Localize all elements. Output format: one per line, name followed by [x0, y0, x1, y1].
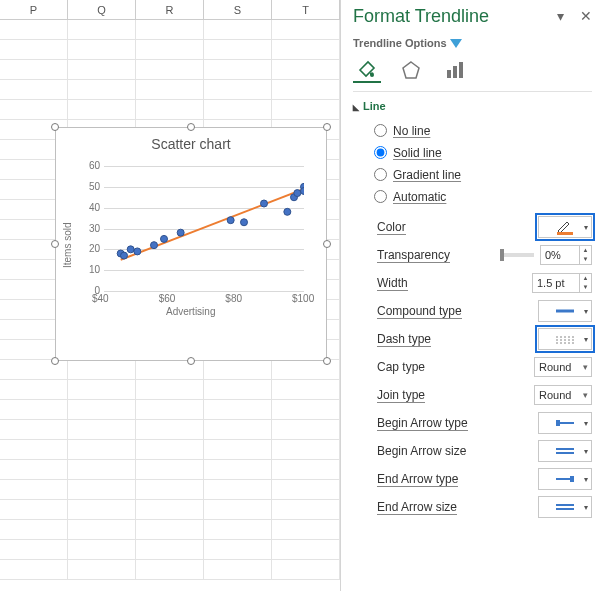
svg-point-13 [294, 190, 301, 197]
begin-size-label: Begin Arrow size [377, 444, 538, 458]
width-label: Width [377, 276, 532, 290]
svg-rect-20 [459, 62, 463, 78]
tab-effects[interactable] [397, 57, 425, 83]
y-axis-label: Items sold [62, 222, 73, 268]
svg-point-11 [284, 208, 291, 215]
join-label: Join type [377, 388, 534, 402]
col-header[interactable]: Q [68, 0, 136, 19]
join-type-select[interactable]: Round [534, 385, 592, 405]
svg-point-15 [301, 188, 305, 195]
radio-automatic[interactable]: Automatic [369, 186, 592, 208]
resize-handle[interactable] [187, 357, 195, 365]
svg-point-6 [161, 235, 168, 242]
plot-area[interactable] [104, 166, 304, 291]
x-axis-label: Advertising [166, 306, 215, 317]
arrow-type-icon [554, 418, 576, 428]
end-size-label: End Arrow size [377, 500, 538, 514]
arrow-size-icon [554, 446, 576, 456]
dash-line-icon [554, 334, 576, 344]
close-button[interactable]: ✕ [580, 8, 592, 24]
resize-handle[interactable] [187, 123, 195, 131]
svg-point-4 [134, 248, 141, 255]
transparency-input[interactable]: 0% ▲▼ [540, 245, 592, 265]
section-line[interactable]: Line [353, 100, 592, 112]
chart-object[interactable]: Scatter chart Items sold Advertising 010… [55, 127, 327, 361]
radio-solid-line[interactable]: Solid line [369, 142, 592, 164]
compound-type-button[interactable]: ▾ [538, 300, 592, 322]
begin-arrow-size-button[interactable]: ▾ [538, 440, 592, 462]
col-header[interactable]: S [204, 0, 272, 19]
transparency-label: Transparency [377, 248, 504, 262]
radio-no-line[interactable]: No line [369, 120, 592, 142]
svg-rect-19 [453, 66, 457, 78]
end-arrow-type-button[interactable]: ▾ [538, 468, 592, 490]
svg-marker-16 [450, 39, 462, 48]
col-header[interactable]: P [0, 0, 68, 19]
color-picker-button[interactable]: ▾ [538, 216, 592, 238]
svg-marker-17 [403, 62, 419, 78]
begin-arrow-label: Begin Arrow type [377, 416, 538, 430]
pane-subtitle[interactable]: Trendline Options [353, 37, 592, 49]
svg-point-8 [227, 217, 234, 224]
col-header[interactable]: T [272, 0, 340, 19]
arrow-type-icon [554, 474, 576, 484]
radio-gradient-line[interactable]: Gradient line [369, 164, 592, 186]
svg-point-9 [241, 219, 248, 226]
width-input[interactable]: 1.5 pt ▲▼ [532, 273, 592, 293]
svg-line-0 [121, 189, 304, 260]
dash-label: Dash type [377, 332, 538, 346]
tab-options[interactable] [441, 57, 469, 83]
end-arrow-size-button[interactable]: ▾ [538, 496, 592, 518]
pane-subtitle-label: Trendline Options [353, 37, 447, 49]
pane-tabs [353, 55, 592, 92]
pentagon-icon [401, 60, 421, 80]
svg-rect-31 [570, 476, 574, 482]
compound-line-icon [554, 306, 576, 316]
line-type-radios: No line Solid line Gradient line Automat… [369, 120, 592, 208]
format-trendline-pane: Format Trendline ▾ ✕ Trendline Options L… [340, 0, 604, 591]
svg-rect-27 [556, 420, 560, 426]
resize-handle[interactable] [51, 123, 59, 131]
resize-handle[interactable] [323, 123, 331, 131]
pencil-icon [555, 219, 575, 235]
transparency-slider[interactable] [504, 253, 534, 257]
svg-point-10 [261, 200, 268, 207]
bar-chart-icon [445, 60, 465, 80]
dash-type-button[interactable]: ▾ [538, 328, 592, 350]
svg-point-7 [177, 229, 184, 236]
end-arrow-label: End Arrow type [377, 472, 538, 486]
compound-label: Compound type [377, 304, 538, 318]
column-headers: P Q R S T [0, 0, 340, 20]
paint-bucket-icon [356, 58, 378, 80]
arrow-size-icon [554, 502, 576, 512]
col-header[interactable]: R [136, 0, 204, 19]
svg-point-5 [151, 242, 158, 249]
resize-handle[interactable] [323, 240, 331, 248]
color-label: Color [377, 220, 538, 234]
resize-handle[interactable] [323, 357, 331, 365]
cap-label: Cap type [377, 360, 534, 374]
begin-arrow-type-button[interactable]: ▾ [538, 412, 592, 434]
pane-menu-button[interactable]: ▾ [557, 8, 564, 24]
svg-rect-18 [447, 70, 451, 78]
chart-title[interactable]: Scatter chart [56, 136, 326, 152]
resize-handle[interactable] [51, 357, 59, 365]
svg-point-2 [121, 252, 128, 259]
cap-type-select[interactable]: Round [534, 357, 592, 377]
resize-handle[interactable] [51, 240, 59, 248]
tab-fill-line[interactable] [353, 57, 381, 83]
svg-rect-21 [557, 232, 573, 235]
svg-point-3 [127, 246, 134, 253]
